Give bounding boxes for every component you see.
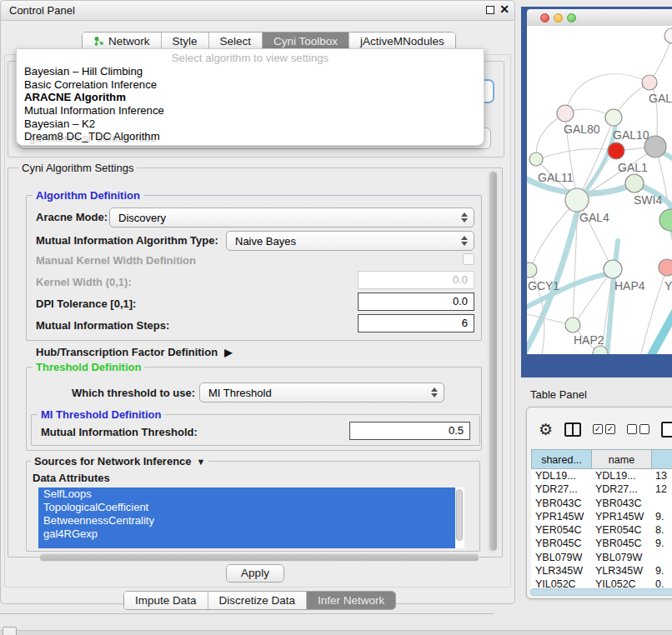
dpi-tolerance-label: DPI Tolerance [0,1]: <box>36 298 136 310</box>
mi-threshold-title: MI Threshold Definition <box>38 408 164 421</box>
minimized-panel-icon[interactable] <box>3 627 17 635</box>
panel-divider <box>0 613 494 614</box>
network-node[interactable] <box>604 260 622 278</box>
table-row[interactable]: YDL19...YDL19...13 <box>531 469 672 482</box>
tab-impute-data[interactable]: Impute Data <box>124 592 208 609</box>
network-node[interactable] <box>565 188 589 212</box>
zoom-traffic-light[interactable] <box>567 13 576 22</box>
which-threshold-combobox[interactable]: MI Threshold <box>199 382 444 402</box>
unchecked-pair-icon[interactable] <box>627 424 649 434</box>
kernel-width-label: Kernel Width (0,1): <box>36 276 132 288</box>
control-panel-titlebar: Control Panel ✕ <box>1 1 514 21</box>
node-label: GAL <box>649 92 672 105</box>
table-toolbar: ⚙ ✓✓ <box>527 414 672 444</box>
attribute-list-item[interactable]: BetweennessCentrality <box>38 514 455 528</box>
tab-select[interactable]: Select <box>209 32 263 50</box>
algorithm-option[interactable]: Mutual Information Inference <box>17 104 484 118</box>
tab-discretize-data[interactable]: Discretize Data <box>208 592 308 609</box>
expand-right-icon: ▶ <box>224 347 232 358</box>
node-label: GAL4 <box>579 211 609 224</box>
list-scrollbar[interactable] <box>456 489 463 541</box>
network-node[interactable] <box>565 318 580 332</box>
attribute-list-item[interactable]: SelfLoops <box>38 488 455 501</box>
table-row[interactable]: YPR145WYPR145W9. <box>531 510 672 523</box>
algorithm-option[interactable]: Dream8 DC_TDC Algorithm <box>17 130 484 143</box>
mi-threshold-input[interactable]: 0.5 <box>349 422 470 440</box>
sources-group-title[interactable]: Sources for Network Inference▼ <box>31 455 208 468</box>
hub-definition-expander[interactable]: Hub/Transcription Factor Definition▶ <box>36 346 232 358</box>
settings-vertical-scrollbar[interactable] <box>488 170 499 552</box>
minimize-traffic-light[interactable] <box>554 13 563 22</box>
node-label: SWI4 <box>634 193 662 207</box>
network-node[interactable] <box>664 28 672 43</box>
network-node[interactable] <box>659 209 672 231</box>
split-columns-icon[interactable] <box>564 422 581 437</box>
control-panel-window: Control Panel ✕ NetworkStyleSelectCyni T… <box>0 0 515 604</box>
table-row[interactable]: YBL079WYBL079W <box>531 551 672 564</box>
table-horizontal-scrollbar[interactable] <box>530 588 672 596</box>
bottom-strip <box>0 630 672 635</box>
data-attributes-list[interactable]: SelfLoopsTopologicalCoefficientBetweenne… <box>38 488 464 548</box>
node-label: HAP2 <box>574 333 604 347</box>
mi-steps-input[interactable]: 6 <box>358 314 474 332</box>
network-node[interactable] <box>659 259 672 276</box>
checked-pair-icon[interactable]: ✓✓ <box>593 424 615 434</box>
gear-icon[interactable]: ⚙ <box>539 422 553 438</box>
network-graph: GALGAL80GAL10GAL11GAL1SWI4GAL4GCY1HAP4YH… <box>527 26 672 354</box>
network-node[interactable] <box>642 75 657 90</box>
network-node[interactable] <box>625 174 644 192</box>
aracne-mode-combobox[interactable]: Discovery <box>109 208 474 228</box>
float-window-icon[interactable] <box>486 6 494 14</box>
mi-type-combobox[interactable]: Naive Bayes <box>226 231 474 251</box>
node-label: Y <box>664 279 672 292</box>
tab-cyni-toolbox[interactable]: Cyni Toolbox <box>263 32 349 50</box>
algorithm-option[interactable]: ARACNE Algorithm <box>17 91 484 104</box>
tab-network[interactable]: Network <box>83 32 162 50</box>
node-label: GCY1 <box>528 279 559 292</box>
network-edge[interactable] <box>565 74 649 113</box>
column-header[interactable]: name <box>591 449 651 469</box>
network-canvas[interactable]: GALGAL80GAL10GAL11GAL1SWI4GAL4GCY1HAP4YH… <box>527 26 672 354</box>
mi-type-label: Mutual Information Algorithm Type: <box>36 234 218 247</box>
network-node[interactable] <box>557 105 574 122</box>
data-attributes-label: Data Attributes <box>33 472 110 484</box>
kernel-width-input[interactable]: 0.0 <box>358 271 474 289</box>
network-node[interactable] <box>529 152 543 166</box>
network-edge[interactable] <box>637 299 672 354</box>
table-row[interactable]: YER054CYER054C8. <box>531 523 672 537</box>
settings-group-title: Cyni Algorithm Settings <box>18 162 137 174</box>
tab-style[interactable]: Style <box>162 32 209 50</box>
close-traffic-light[interactable] <box>540 13 549 22</box>
threshold-definition-title: Threshold Definition <box>33 361 144 373</box>
network-node[interactable] <box>608 142 624 159</box>
tab-jactivemnodules[interactable]: jActiveMNodules <box>349 32 455 50</box>
node-table[interactable]: shared...nameAYDL19...YDL19...13YDR27...… <box>531 449 672 592</box>
algorithm-option[interactable]: Bayesian – K2 <box>17 118 484 131</box>
stepper-icon <box>429 388 444 398</box>
network-node[interactable] <box>605 109 622 126</box>
column-header[interactable]: shared... <box>531 449 591 469</box>
table-row[interactable]: YBR043CYBR043C <box>531 497 672 510</box>
document-icon[interactable] <box>661 422 672 438</box>
algorithm-option[interactable]: Basic Correlation Inference <box>17 78 484 92</box>
column-header[interactable]: A <box>651 449 672 469</box>
attribute-list-item[interactable]: TopologicalCoefficient <box>38 501 455 514</box>
tab-infer-network[interactable]: Infer Network <box>307 592 395 609</box>
manual-kernel-label: Manual Kernel Width Definition <box>36 254 196 267</box>
dpi-tolerance-input[interactable]: 0.0 <box>358 292 474 311</box>
mi-steps-label: Mutual Information Steps: <box>36 319 169 332</box>
apply-button[interactable]: Apply <box>226 564 284 582</box>
settings-horizontal-scrollbar[interactable] <box>39 553 479 562</box>
network-icon <box>93 36 104 47</box>
close-icon[interactable]: ✕ <box>499 2 509 16</box>
table-row[interactable]: YLR345WYLR345W9. <box>531 564 672 578</box>
table-row[interactable]: YDR27...YDR27...12 <box>531 482 672 496</box>
which-threshold-label: Which threshold to use: <box>72 387 195 399</box>
algorithm-option[interactable]: Bayesian – Hill Climbing <box>17 65 484 78</box>
attribute-list-item-partial[interactable] <box>38 541 455 548</box>
attribute-list-item[interactable]: gal4RGexp <box>38 528 455 541</box>
network-node[interactable] <box>527 262 537 278</box>
manual-kernel-checkbox[interactable] <box>463 253 474 265</box>
node-label: GAL1 <box>618 161 648 174</box>
table-row[interactable]: YBR045CYBR045C9. <box>531 537 672 550</box>
